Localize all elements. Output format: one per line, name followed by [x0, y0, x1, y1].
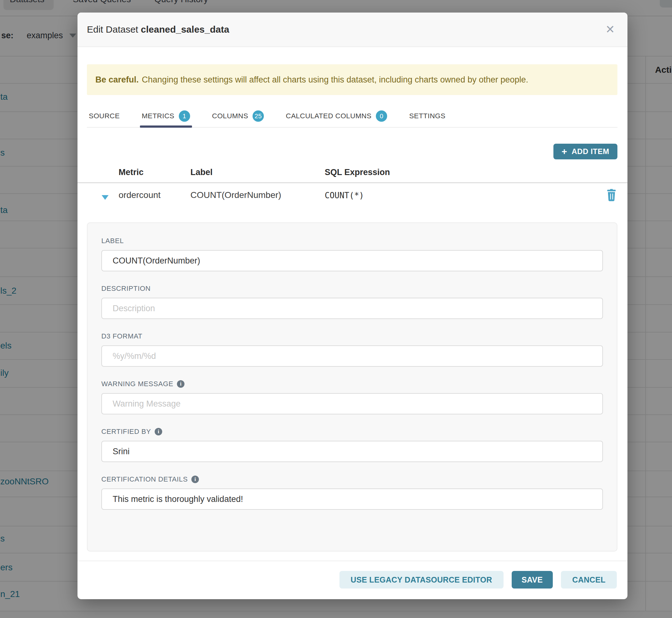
info-icon: i — [191, 476, 199, 483]
delete-metric-icon[interactable] — [606, 189, 617, 201]
label-field-title: LABEL — [101, 237, 603, 245]
metric-edit-panel: LABEL COUNT(OrderNumber) DESCRIPTION Des… — [87, 222, 617, 551]
warning-message-field-title-text: WARNING MESSAGE — [101, 380, 173, 388]
form-group-certification-details: CERTIFICATION DETAILS i This metric is t… — [101, 475, 603, 510]
modal-title-prefix: Edit Dataset — [87, 24, 138, 34]
metric-label-cell[interactable]: COUNT(OrderNumber) — [190, 190, 281, 200]
tab-count-badge: 0 — [376, 110, 387, 122]
form-group-d3-format: D3 FORMAT %y/%m/%d — [101, 332, 603, 367]
tab-count-badge: 25 — [253, 110, 264, 122]
label-input[interactable]: COUNT(OrderNumber) — [101, 250, 603, 271]
warning-banner-bold: Be careful. — [95, 75, 139, 85]
form-group-description: DESCRIPTION Description — [101, 285, 603, 319]
modal-tab-bar: SOURCEMETRICS1COLUMNS25CALCULATED COLUMN… — [87, 105, 617, 128]
modal-tab-calculated-columns[interactable]: CALCULATED COLUMNS0 — [284, 105, 389, 127]
column-header-label: Label — [190, 168, 213, 177]
certification-details-field-title: CERTIFICATION DETAILS i — [101, 475, 603, 484]
column-header-metric: Metric — [119, 168, 144, 177]
metric-name-cell[interactable]: ordercount — [119, 190, 161, 200]
warning-message-field-title: WARNING MESSAGE i — [101, 380, 603, 388]
warning-banner-text: Changing these settings will affect all … — [142, 75, 528, 85]
modal-header: Edit Dataset cleaned_sales_data ✕ — [78, 13, 628, 47]
warning-banner: Be careful. Changing these settings will… — [87, 64, 617, 95]
form-group-label: LABEL COUNT(OrderNumber) — [101, 237, 603, 271]
form-group-certified-by: CERTIFIED BY i Srini — [101, 428, 603, 462]
d3-format-field-title-text: D3 FORMAT — [101, 332, 142, 340]
modal-tab-source[interactable]: SOURCE — [87, 105, 122, 127]
modal-tab-label: SOURCE — [89, 112, 120, 120]
description-field-title-text: DESCRIPTION — [101, 285, 151, 293]
modal-footer: USE LEGACY DATASOURCE EDITOR SAVE CANCEL — [340, 571, 617, 589]
column-header-sql-expression: SQL Expression — [325, 168, 390, 177]
description-input[interactable]: Description — [101, 298, 603, 319]
cancel-button[interactable]: CANCEL — [561, 571, 617, 589]
modal-tab-settings[interactable]: SETTINGS — [407, 105, 447, 127]
modal-tab-label: SETTINGS — [409, 112, 446, 120]
plus-icon: + — [562, 147, 567, 156]
modal-tab-label: CALCULATED COLUMNS — [286, 112, 371, 120]
d3-format-field-title: D3 FORMAT — [101, 332, 603, 340]
collapse-caret-icon[interactable] — [102, 195, 109, 200]
edit-dataset-modal: Edit Dataset cleaned_sales_data ✕ Be car… — [78, 13, 628, 599]
info-icon: i — [155, 428, 162, 435]
description-field-title: DESCRIPTION — [101, 285, 603, 293]
modal-tab-metrics[interactable]: METRICS1 — [140, 105, 192, 127]
add-item-button[interactable]: + ADD ITEM — [553, 144, 617, 160]
form-group-warning-message: WARNING MESSAGE i Warning Message — [101, 380, 603, 414]
modal-tab-label: METRICS — [142, 112, 174, 120]
d3-format-input[interactable]: %y/%m/%d — [101, 345, 603, 367]
certified-by-input[interactable]: Srini — [101, 441, 603, 462]
modal-title: Edit Dataset cleaned_sales_data — [87, 24, 229, 35]
use-legacy-editor-button[interactable]: USE LEGACY DATASOURCE EDITOR — [340, 571, 503, 589]
certified-by-field-title-text: CERTIFIED BY — [101, 428, 151, 436]
footer-divider — [78, 560, 628, 561]
warning-message-input[interactable]: Warning Message — [101, 393, 603, 414]
modal-title-dataset-name: cleaned_sales_data — [141, 24, 229, 34]
certified-by-field-title: CERTIFIED BY i — [101, 428, 603, 436]
add-item-label: ADD ITEM — [572, 147, 609, 156]
certification-details-input[interactable]: This metric is thoroughly validated! — [101, 489, 603, 510]
tab-count-badge: 1 — [179, 110, 190, 122]
screenshot-root: { "background": { "tabs": [ {"label": "D… — [0, 0, 672, 618]
certification-details-field-title-text: CERTIFICATION DETAILS — [101, 475, 188, 484]
modal-tab-columns[interactable]: COLUMNS25 — [210, 105, 266, 127]
close-icon[interactable]: ✕ — [602, 13, 618, 46]
info-icon: i — [177, 380, 184, 388]
label-field-title-text: LABEL — [101, 237, 124, 245]
metric-sql-cell[interactable]: COUNT(*) — [325, 191, 364, 200]
modal-tab-label: COLUMNS — [212, 112, 248, 120]
save-button[interactable]: SAVE — [512, 571, 553, 589]
table-header-divider — [78, 182, 628, 183]
